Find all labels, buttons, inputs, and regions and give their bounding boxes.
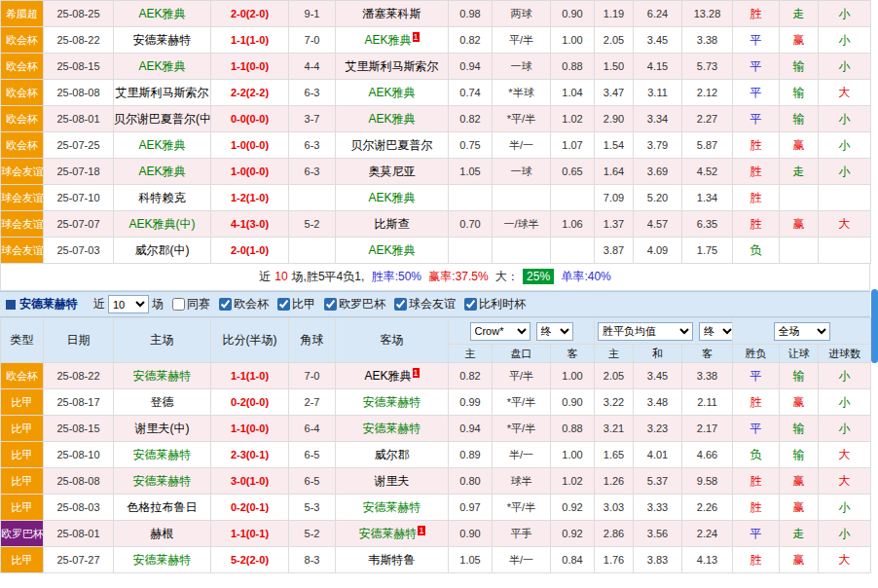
away-team-cell[interactable]: 谢里夫 <box>336 468 449 495</box>
league-cell[interactable]: 欧会杯 <box>1 106 44 132</box>
scrollbar-thumb[interactable] <box>871 289 878 363</box>
league-cell[interactable]: 球会友谊 <box>1 211 44 238</box>
away-team-cell[interactable]: 安德莱赫特 <box>336 389 449 416</box>
league-cell[interactable]: 欧会杯 <box>1 132 44 159</box>
filter-checkbox-4[interactable] <box>324 298 337 311</box>
league-cell[interactable]: 欧会杯 <box>1 363 44 389</box>
league-cell[interactable]: 球会友谊 <box>1 185 44 211</box>
date-cell: 25-08-08 <box>44 468 114 495</box>
home-team-cell[interactable]: 赫根 <box>114 521 211 547</box>
away-team-cell[interactable]: 威尔郡 <box>336 442 449 468</box>
score-cell: 1-0(0-0) <box>211 132 289 159</box>
home-team-cell[interactable]: 科特赖克 <box>114 185 211 211</box>
home-team-cell[interactable]: 威尔郡(中) <box>114 238 211 264</box>
corner-cell <box>289 238 336 264</box>
league-cell[interactable]: 比甲 <box>1 547 44 573</box>
euro-draw-odds-cell: 3.56 <box>634 521 682 547</box>
goals-result-cell: 小 <box>819 416 871 442</box>
filter-checkbox-5[interactable] <box>394 298 407 311</box>
away-team-cell[interactable]: AEK雅典 <box>336 238 449 264</box>
euro-stage-select[interactable]: 终 <box>699 322 733 341</box>
asian-home-odds-cell: 0.82 <box>449 27 493 54</box>
corner-cell: 7-0 <box>289 27 336 54</box>
away-team-cell[interactable]: 潘塞莱科斯 <box>336 1 449 27</box>
asian-away-odds-cell: 1.06 <box>551 211 595 238</box>
away-team-cell[interactable]: 安德莱赫特1 <box>336 521 449 547</box>
league-cell[interactable]: 欧会杯 <box>1 27 44 54</box>
home-team-cell[interactable]: AEK雅典 <box>114 159 211 185</box>
filter-checkbox-6[interactable] <box>464 298 477 311</box>
league-cell[interactable]: 希腊超 <box>1 1 44 27</box>
euro-home-odds-cell: 3.21 <box>595 416 634 442</box>
filter-checkbox-1[interactable] <box>172 298 185 311</box>
corner-cell: 5-2 <box>289 521 336 547</box>
home-team-cell[interactable]: 安德莱赫特 <box>114 468 211 495</box>
table-row: 比甲 25-08-03 色格拉布鲁日 0-2(0-1) 5-3 安德莱赫特 0.… <box>1 495 871 521</box>
asian-away-odds-cell: 1.04 <box>551 80 595 106</box>
subheader-euro-home: 主 <box>595 345 634 363</box>
league-cell[interactable]: 比甲 <box>1 389 44 416</box>
away-team-cell[interactable]: 比斯查 <box>336 211 449 238</box>
league-cell[interactable]: 球会友谊 <box>1 159 44 185</box>
subheader-asian-away: 客 <box>551 345 595 363</box>
away-team-cell[interactable]: 安德莱赫特 <box>336 416 449 442</box>
away-team-cell[interactable]: AEK雅典1 <box>336 27 449 54</box>
home-team-cell[interactable]: AEK雅典 <box>114 54 211 80</box>
league-cell[interactable]: 比甲 <box>1 416 44 442</box>
away-team-cell[interactable]: 艾里斯利马斯索尔 <box>336 54 449 80</box>
date-cell: 25-08-22 <box>44 27 114 54</box>
home-team-cell[interactable]: 安德莱赫特 <box>114 27 211 54</box>
date-cell: 25-08-15 <box>44 54 114 80</box>
away-team-cell[interactable]: 贝尔谢巴夏普尔 <box>336 132 449 159</box>
goals-result-cell: 小 <box>819 106 871 132</box>
league-cell[interactable]: 球会友谊 <box>1 238 44 264</box>
league-cell[interactable]: 欧会杯 <box>1 80 44 106</box>
score-cell: 1-0(0-0) <box>211 159 289 185</box>
league-cell[interactable]: 比甲 <box>1 468 44 495</box>
euro-avg-select[interactable]: 胜平负均值 <box>598 322 693 341</box>
date-cell: 25-08-08 <box>44 80 114 106</box>
home-team-cell[interactable]: 安德莱赫特 <box>114 547 211 573</box>
euro-draw-odds-cell: 6.24 <box>634 1 682 27</box>
corner-cell: 5-3 <box>289 495 336 521</box>
away-team-cell[interactable]: 韦斯特鲁 <box>336 547 449 573</box>
euro-odds-header: 胜平负均值终 <box>595 318 733 345</box>
result-cell: 胜 <box>733 468 780 495</box>
asian-home-odds-cell: 0.89 <box>449 442 493 468</box>
league-cell[interactable]: 欧会杯 <box>1 54 44 80</box>
away-team-cell[interactable]: AEK雅典 <box>336 106 449 132</box>
home-team-cell[interactable]: 色格拉布鲁日 <box>114 495 211 521</box>
goals-result-cell <box>819 185 871 211</box>
home-team-cell[interactable]: 登德 <box>114 389 211 416</box>
home-team-cell[interactable]: 谢里夫(中) <box>114 416 211 442</box>
header-score: 比分(半场) <box>211 318 289 363</box>
asian-away-odds-cell: 0.92 <box>551 495 595 521</box>
header-date: 日期 <box>44 318 114 363</box>
asian-home-odds-cell <box>449 238 493 264</box>
home-team-cell[interactable]: 艾里斯利马斯索尔 <box>114 80 211 106</box>
summary-count: 10 <box>274 270 287 283</box>
away-team-cell[interactable]: AEK雅典 <box>336 80 449 106</box>
match-history-page: 希腊超 25-08-25 AEK雅典 2-0(2-0) 9-1 潘塞莱科斯 0.… <box>0 0 878 588</box>
asian-stage-select[interactable]: 终 <box>536 322 573 341</box>
away-team-cell[interactable]: 安德莱赫特 <box>336 495 449 521</box>
home-team-cell[interactable]: 安德莱赫特 <box>114 363 211 389</box>
scope-select[interactable]: 全场 <box>774 322 830 341</box>
filter-checkbox-2[interactable] <box>219 298 232 311</box>
home-team-cell[interactable]: AEK雅典 <box>114 132 211 159</box>
home-team-cell[interactable]: 安德莱赫特 <box>114 442 211 468</box>
away-team-cell[interactable]: 奥莫尼亚 <box>336 159 449 185</box>
home-team-cell[interactable]: 贝尔谢巴夏普尔(中) <box>114 106 211 132</box>
handicap-line-cell: *平/半 <box>493 495 551 521</box>
recent-count-select[interactable]: 10 <box>108 295 149 313</box>
home-team-cell[interactable]: AEK雅典(中) <box>114 211 211 238</box>
away-team-cell[interactable]: AEK雅典1 <box>336 363 449 389</box>
away-team-cell[interactable]: AEK雅典 <box>336 185 449 211</box>
home-team-cell[interactable]: AEK雅典 <box>114 1 211 27</box>
league-cell[interactable]: 比甲 <box>1 442 44 468</box>
handicap-result-cell: 输 <box>780 363 819 389</box>
filter-checkbox-3[interactable] <box>277 298 290 311</box>
bookmaker-select[interactable]: Crow* <box>470 322 530 341</box>
league-cell[interactable]: 欧罗巴杯 <box>1 521 44 547</box>
league-cell[interactable]: 比甲 <box>1 495 44 521</box>
